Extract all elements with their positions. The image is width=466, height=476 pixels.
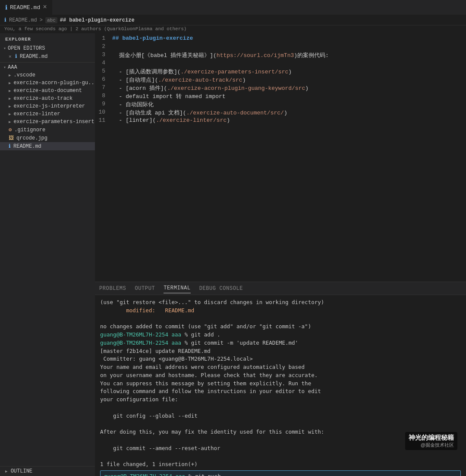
- open-editor-close[interactable]: ✕: [9, 54, 12, 59]
- line-content-5: - [插入函数调用参数](./exercize-parameters-inser…: [112, 68, 462, 76]
- editor-line-6: 6 - [自动埋点](./exercize-auto-track/src): [95, 76, 466, 84]
- sidebar-item-qrcode[interactable]: 🖼 qrcode.jpg: [0, 134, 95, 142]
- line-content-3: 掘金小册[《babel 插件通关秘籍》](https://sourl.co/ij…: [112, 51, 462, 59]
- auto-document-label: exercize-auto-document: [13, 88, 82, 94]
- editor-line-8: 8 - default import 转 named import: [95, 92, 466, 101]
- sidebar-item-linter[interactable]: ▶ exercize-linter: [0, 110, 95, 118]
- vscode-label: .vscode: [13, 72, 35, 78]
- js-interpreter-arrow: ▶: [9, 104, 11, 109]
- line-content-2: [112, 43, 462, 50]
- tab-bar: ℹ README.md ×: [0, 0, 466, 15]
- aaa-header[interactable]: ▾ AAA: [0, 63, 95, 71]
- breadcrumb-file: README.md: [9, 17, 37, 23]
- open-editor-label: README.md: [20, 54, 48, 60]
- sidebar-item-readme[interactable]: ℹ README.md: [0, 142, 95, 150]
- git-meta-text: You, a few seconds ago | 2 authors (Quar…: [4, 26, 186, 32]
- terminal-blank-2: [100, 404, 461, 412]
- watermark-sub: @掘金技术社区: [409, 442, 454, 448]
- linter-arrow: ▶: [9, 112, 11, 117]
- sidebar-item-vscode[interactable]: ▶ .vscode: [0, 71, 95, 79]
- parameters-insert-arrow: ▶: [9, 120, 11, 124]
- editor-line-10: 10 - [自动生成 api 文档](./exercize-auto-docum…: [95, 109, 466, 117]
- open-editor-readme[interactable]: ✕ ℹ README.md: [0, 52, 95, 60]
- breadcrumb-sep: >: [40, 17, 43, 23]
- line-content-6: - [自动埋点](./exercize-auto-track/src): [112, 76, 462, 84]
- outline-arrow: ▶: [5, 470, 7, 474]
- js-interpreter-label: exercize-js-interpreter: [13, 103, 85, 109]
- terminal-line-auto1: Your name and email address were configu…: [100, 363, 461, 371]
- tab-close-button[interactable]: ×: [43, 4, 47, 11]
- line-num-3: 3: [95, 51, 112, 58]
- sidebar-item-gitignore[interactable]: ⚙ .gitignore: [0, 126, 95, 134]
- line-num-5: 5: [95, 68, 112, 74]
- terminal-blank-1: [100, 315, 461, 323]
- gitignore-label: .gitignore: [14, 127, 45, 133]
- gitignore-icon: ⚙: [9, 127, 12, 133]
- linter-label: exercize-linter: [13, 111, 60, 117]
- tab-output[interactable]: OUTPUT: [135, 284, 155, 293]
- terminal-line-git-add: guang@B-TM26ML7H-2254 aaa % git add .: [100, 331, 461, 339]
- info-icon: ℹ: [5, 4, 7, 11]
- line-num-8: 8: [95, 92, 112, 99]
- open-editors-arrow: ▾: [3, 46, 6, 51]
- editor-line-7: 7 - [acorn 插件](./exercize-acorn-plugin-g…: [95, 84, 466, 92]
- editor-line-11: 11 - [linter](./exercize-linter/src): [95, 117, 466, 125]
- tab-terminal[interactable]: TERMINAL: [164, 283, 190, 293]
- terminal-line-modified: modified: README.md: [100, 307, 461, 315]
- auto-track-label: exercize-auto-track: [13, 95, 72, 102]
- terminal-blank-5: [100, 452, 461, 460]
- sidebar: EXPLORER ▾ OPEN EDITORS ✕ ℹ README.md ▾ …: [0, 33, 95, 476]
- tab-debug-console[interactable]: DEBUG CONSOLE: [199, 284, 243, 293]
- terminal-line-auto5: your configuration file:: [100, 396, 461, 404]
- aaa-label: AAA: [8, 64, 17, 70]
- breadcrumb-info-icon: ℹ: [4, 17, 6, 23]
- line-content-9: - 自动国际化: [112, 101, 462, 108]
- tab-problems[interactable]: PROBLEMS: [99, 284, 126, 293]
- acorn-label: exercize-acorn-plugin-gu...: [13, 80, 95, 86]
- sidebar-item-parameters-insert[interactable]: ▶ exercize-parameters-insert: [0, 118, 95, 126]
- open-editors-section: ▾ OPEN EDITORS ✕ ℹ README.md: [0, 44, 95, 63]
- editor-line-9: 9 - 自动国际化: [95, 101, 466, 109]
- sidebar-item-js-interpreter[interactable]: ▶ exercize-js-interpreter: [0, 102, 95, 110]
- outline-label: OUTLINE: [11, 468, 32, 474]
- auto-track-arrow: ▶: [9, 96, 11, 101]
- breadcrumb-abc: abc: [45, 17, 57, 23]
- editor-line-4: 4: [95, 60, 466, 68]
- line-num-6: 6: [95, 76, 112, 83]
- line-content-7: - [acorn 插件](./exercize-acorn-plugin-gua…: [112, 84, 462, 92]
- editor-line-2: 2: [95, 43, 466, 51]
- aaa-section: ▾ AAA ▶ .vscode ▶ exercize-acorn-plugin-…: [0, 63, 95, 151]
- terminal-line-file-changed: 1 file changed, 1 insertion(+): [100, 460, 461, 469]
- editor-line-3: 3 掘金小册[《babel 插件通关秘籍》](https://sourl.co/…: [95, 51, 466, 60]
- outline-section[interactable]: ▶ OUTLINE: [0, 466, 95, 476]
- git-push-box: guang@B-TM26ML7H-2254 aaa % git push Enu…: [100, 470, 461, 476]
- open-editors-label: OPEN EDITORS: [8, 45, 45, 51]
- line-content-10: - [自动生成 api 文档](./exercize-auto-document…: [112, 109, 462, 117]
- readme-file-icon: ℹ: [9, 143, 11, 149]
- line-num-2: 2: [95, 43, 112, 50]
- readme-file-label: README.md: [13, 143, 41, 149]
- main-area: EXPLORER ▾ OPEN EDITORS ✕ ℹ README.md ▾ …: [0, 33, 466, 476]
- line-content-4: [112, 60, 462, 66]
- auto-document-arrow: ▶: [9, 89, 11, 93]
- panel-tabs: PROBLEMS OUTPUT TERMINAL DEBUG CONSOLE: [95, 282, 466, 295]
- readme-tab[interactable]: ℹ README.md ×: [0, 0, 53, 15]
- line-num-1: 1: [95, 35, 112, 41]
- parameters-insert-label: exercize-parameters-insert: [13, 119, 94, 125]
- terminal-blank-3: [100, 420, 461, 428]
- sidebar-item-acorn[interactable]: ▶ exercize-acorn-plugin-gu...: [0, 79, 95, 87]
- terminal-line-restore: (use "git restore <file>..." to discard …: [100, 298, 461, 307]
- vscode-arrow: ▶: [9, 73, 11, 78]
- aaa-arrow: ▾: [3, 65, 6, 70]
- line-num-9: 9: [95, 101, 112, 107]
- readme-info-icon: ℹ: [15, 53, 17, 60]
- sidebar-item-auto-document[interactable]: ▶ exercize-auto-document: [0, 87, 95, 95]
- breadcrumb-heading: ## babel-plugin-exercize: [60, 17, 135, 23]
- open-editors-header[interactable]: ▾ OPEN EDITORS: [0, 44, 95, 52]
- line-num-4: 4: [95, 60, 112, 66]
- watermark: 神光的编程秘籍 @掘金技术社区: [405, 432, 457, 450]
- terminal-line-git-push-cmd: guang@B-TM26ML7H-2254 aaa % git push: [104, 473, 457, 476]
- tab-label: README.md: [10, 4, 40, 11]
- line-num-7: 7: [95, 84, 112, 91]
- sidebar-item-auto-track[interactable]: ▶ exercize-auto-track: [0, 95, 95, 102]
